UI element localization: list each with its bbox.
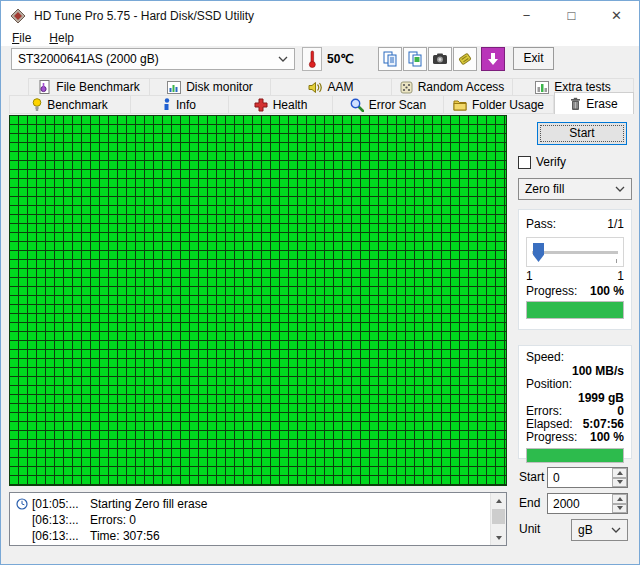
temperature-value: 50℃ — [327, 52, 354, 66]
status-progress-label: Progress: — [526, 431, 577, 444]
screenshot-button[interactable] — [428, 47, 452, 71]
log-entry: [06:13:... Errors: 0 — [16, 512, 484, 528]
menu-file[interactable]: File — [5, 31, 38, 45]
menu-help[interactable]: Help — [42, 31, 81, 45]
temperature-button[interactable] — [302, 47, 322, 71]
tab-label: Health — [273, 98, 308, 112]
log-message: Errors: 0 — [90, 513, 136, 527]
verify-checkbox[interactable] — [518, 156, 531, 169]
random-access-icon — [400, 81, 413, 94]
log-time: [01:05:... — [32, 497, 90, 511]
range-end-label: End — [519, 493, 540, 514]
log-time: [06:13:... — [32, 513, 90, 527]
save-icon — [457, 51, 473, 67]
tab-label: Info — [176, 98, 196, 112]
tab-aam[interactable]: AAM — [271, 78, 392, 96]
minimize-button[interactable]: − — [504, 1, 549, 30]
copy-text-button[interactable] — [378, 47, 402, 71]
tab-label: Benchmark — [47, 98, 108, 112]
chevron-down-icon — [278, 56, 288, 62]
erase-mode-select[interactable]: Zero fill — [518, 178, 632, 200]
update-button[interactable] — [481, 47, 505, 71]
chevron-down-icon — [611, 527, 621, 533]
range-end-spinner — [612, 494, 627, 513]
tab-row-bottom: Benchmark Info Health Error Scan — [9, 95, 634, 114]
thermometer-icon — [308, 50, 316, 68]
tab-error-scan[interactable]: Error Scan — [333, 95, 444, 114]
spin-up-button[interactable] — [612, 494, 627, 504]
folder-usage-icon — [453, 99, 467, 111]
verify-option[interactable]: Verify — [518, 155, 566, 169]
speed-label: Speed: — [526, 351, 564, 364]
tab-random-access[interactable]: Random Access — [392, 78, 513, 96]
tab-erase[interactable]: Erase — [554, 92, 634, 114]
tab-folder-usage[interactable]: Folder Usage — [444, 95, 554, 114]
log-time: [06:13:... — [32, 529, 90, 543]
tab-file-benchmark[interactable]: File Benchmark — [28, 78, 150, 96]
log-message: Starting Zero fill erase — [90, 497, 207, 511]
save-button[interactable] — [453, 47, 477, 71]
error-scan-icon — [350, 98, 364, 112]
clock-icon — [16, 498, 28, 510]
tab-info[interactable]: Info — [131, 95, 229, 114]
log-entry: [01:05:... Starting Zero fill erase — [16, 496, 484, 512]
titlebar: HD Tune Pro 5.75 - Hard Disk/SSD Utility… — [1, 1, 639, 30]
spin-up-button[interactable] — [612, 468, 627, 478]
triangle-up-icon — [617, 497, 623, 501]
disk-monitor-icon — [167, 81, 181, 94]
pass-slider-thumb[interactable] — [533, 243, 544, 262]
tab-disk-monitor[interactable]: Disk monitor — [150, 78, 271, 96]
pass-progress-bar-fill — [527, 302, 623, 318]
update-down-arrow-icon — [486, 52, 500, 66]
copy-text-icon — [382, 51, 398, 67]
spin-down-button[interactable] — [612, 478, 627, 488]
scrollbar-thumb[interactable] — [492, 509, 505, 524]
pass-progress-bar — [526, 301, 624, 319]
file-benchmark-icon — [38, 80, 51, 94]
triangle-down-icon — [617, 506, 623, 510]
menubar: File Help — [1, 30, 639, 47]
drive-select-value: ST32000641AS (2000 gB) — [12, 52, 278, 66]
tab-benchmark[interactable]: Benchmark — [9, 95, 131, 114]
pass-progress-value: 100 % — [590, 284, 624, 298]
pass-slider[interactable] — [526, 237, 624, 267]
start-erase-button[interactable]: Start — [537, 122, 627, 145]
maximize-button[interactable]: □ — [549, 1, 594, 30]
info-icon — [163, 98, 171, 112]
triangle-down-icon — [617, 480, 623, 484]
erase-block-map — [9, 115, 507, 486]
unit-select[interactable]: gB — [571, 519, 628, 541]
pass-scale-min: 1 — [526, 270, 533, 283]
log-box: [01:05:... Starting Zero fill erase [06:… — [9, 492, 507, 546]
tab-label: Error Scan — [369, 98, 426, 112]
pass-slider-track — [532, 251, 618, 254]
window-title: HD Tune Pro 5.75 - Hard Disk/SSD Utility — [34, 9, 254, 23]
spin-down-button[interactable] — [612, 504, 627, 514]
pass-scale-max: 1 — [617, 270, 624, 283]
triangle-up-icon — [617, 471, 623, 475]
chevron-down-icon — [615, 186, 625, 192]
status-groupbox: Speed: 100 MB/s Position: 1999 gB Errors… — [518, 345, 632, 459]
erase-icon — [570, 97, 581, 111]
close-button[interactable]: ✕ — [594, 1, 639, 30]
tab-label: Folder Usage — [472, 98, 544, 112]
benchmark-icon — [32, 98, 42, 112]
tab-health[interactable]: Health — [229, 95, 333, 114]
scroll-down-button[interactable] — [491, 530, 507, 545]
aam-icon — [308, 81, 322, 94]
log-scrollbar[interactable] — [490, 493, 506, 545]
status-progress-bar — [526, 448, 624, 463]
pass-slider-tick — [616, 259, 617, 263]
range-start-spinner — [612, 468, 627, 487]
verify-label: Verify — [536, 155, 566, 169]
tab-label: Erase — [586, 97, 617, 111]
triangle-up-icon — [496, 499, 502, 503]
exit-button[interactable]: Exit — [513, 47, 554, 70]
scroll-up-button[interactable] — [491, 493, 507, 508]
app-icon — [10, 8, 26, 24]
copy-image-button[interactable] — [403, 47, 427, 71]
screenshot-icon — [432, 51, 448, 67]
drive-select[interactable]: ST32000641AS (2000 gB) — [11, 48, 295, 70]
tab-label: Disk monitor — [186, 80, 253, 94]
extra-tests-icon — [535, 81, 549, 94]
